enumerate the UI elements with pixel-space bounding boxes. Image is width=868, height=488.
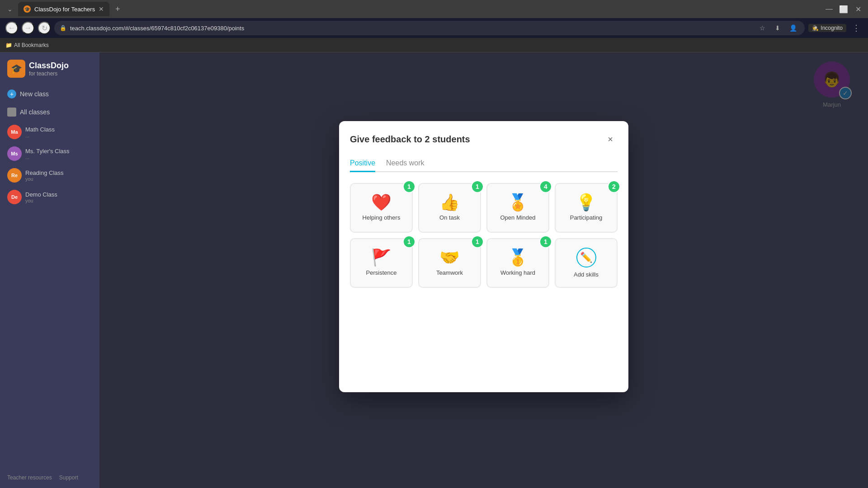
add-skills-label: Add skills [574,271,599,279]
skill-card-helping-others[interactable]: 1 ❤️ Helping others [350,183,413,233]
class-name: Reading Class [25,169,92,176]
class-avatar: Ma [7,125,22,139]
teacher-resources-link[interactable]: Teacher resources [7,474,52,481]
all-classes-icon [7,108,16,117]
sidebar-item-new-class[interactable]: + New class [0,85,99,103]
folder-icon: 📁 [5,42,12,48]
modal-header: Give feedback to 2 students × [350,132,618,146]
sidebar: 🎓 ClassDojo for teachers + New class All… [0,52,99,488]
class-info: Math Class ... [25,126,92,138]
minimize-button[interactable]: — [823,3,835,15]
sidebar-class-item[interactable]: Ma Math Class ... [0,121,99,143]
class-info: Demo Class you [25,191,92,203]
class-sub: you [25,198,92,203]
skill-emoji: 💡 [576,194,596,211]
skill-badge: 1 [471,235,484,248]
skill-badge: 4 [539,180,552,193]
forward-button[interactable]: → [22,22,34,34]
skill-emoji: 🚩 [371,249,392,266]
skill-card-participating[interactable]: 2 💡 Participating [555,183,618,233]
skill-label: Persistence [366,269,397,277]
tab-positive[interactable]: Positive [350,155,375,172]
url-bar[interactable]: 🔒 teach.classdojo.com/#/classes/65974c81… [54,21,805,35]
bookmark-star-icon[interactable]: ☆ [756,22,769,34]
skill-label: Working hard [500,269,535,277]
skill-badge: 1 [539,235,552,248]
sidebar-class-item[interactable]: Ms Ms. Tyler's Class ... [0,143,99,164]
url-actions: ☆ ⬇ 👤 [756,22,799,34]
skill-label: Teamwork [436,269,463,277]
tab-close-button[interactable]: ✕ [99,5,104,13]
add-class-icon: + [7,89,16,99]
add-skills-card[interactable]: ✏️ Add skills [555,238,618,288]
sidebar-item-all-classes[interactable]: All classes [0,103,99,121]
modal-close-button[interactable]: × [603,132,618,146]
tab-title: ClassDojo for Teachers [34,6,95,13]
skill-emoji: 🏅 [508,194,528,211]
support-link[interactable]: Support [59,474,78,481]
class-sub: ... [25,155,92,160]
class-list: Ma Math Class ... Ms Ms. Tyler's Class .… [0,121,99,208]
modal-title: Give feedback to 2 students [350,134,470,145]
skill-emoji: 🤝 [439,249,460,266]
tab-needs-work[interactable]: Needs work [386,155,424,172]
class-name: Ms. Tyler's Class [25,148,92,155]
bookmarks-bar: 📁 All Bookmarks [0,38,868,52]
incognito-label: Incognito [821,25,843,31]
class-name: Math Class [25,126,92,133]
skill-badge: 1 [471,180,484,193]
skill-emoji: ❤️ [371,194,392,211]
sidebar-footer: Teacher resources Support [0,474,99,481]
maximize-button[interactable]: ⬜ [837,3,850,15]
tab-bar: ⌄ 🎓 ClassDojo for Teachers ✕ + — ⬜ ✕ [0,0,868,18]
all-classes-label: All classes [20,108,50,116]
browser-chrome: ⌄ 🎓 ClassDojo for Teachers ✕ + — ⬜ ✕ ← →… [0,0,868,52]
reload-button[interactable]: ↻ [38,22,51,34]
url-text: teach.classdojo.com/#/classes/65974c810c… [70,25,752,32]
logo-name: ClassDojo [29,61,69,70]
class-sub: you [25,176,92,182]
skill-emoji: 🥇 [508,249,528,266]
classdojo-logo-icon: 🎓 [7,60,25,78]
skill-label: Open Minded [500,214,535,222]
class-sub: ... [25,133,92,138]
active-tab[interactable]: 🎓 ClassDojo for Teachers ✕ [18,2,109,16]
profile-icon[interactable]: 👤 [787,22,799,34]
main-content: 👦 ✓ Marjun Give feedback to 2 students ×… [99,52,868,488]
feedback-modal: Give feedback to 2 students × Positive N… [339,121,628,392]
all-bookmarks-label: All Bookmarks [14,42,49,48]
class-avatar: De [7,190,22,204]
skill-card-open-minded[interactable]: 4 🏅 Open Minded [486,183,549,233]
logo-subtitle: for teachers [29,70,69,77]
address-bar: ← → ↻ 🔒 teach.classdojo.com/#/classes/65… [0,18,868,38]
sidebar-logo: 🎓 ClassDojo for teachers [0,60,99,85]
skill-card-teamwork[interactable]: 1 🤝 Teamwork [418,238,481,288]
skill-card-persistence[interactable]: 1 🚩 Persistence [350,238,413,288]
download-icon[interactable]: ⬇ [771,22,784,34]
incognito-icon: 🕵️ [812,25,819,31]
back-button[interactable]: ← [5,22,18,34]
skill-card-working-hard[interactable]: 1 🥇 Working hard [486,238,549,288]
sidebar-class-item[interactable]: Re Reading Class you [0,164,99,186]
bookmarks-folder-icon[interactable]: 📁 All Bookmarks [5,42,49,48]
sidebar-class-item[interactable]: De Demo Class you [0,186,99,208]
class-name: Demo Class [25,191,92,198]
new-class-label: New class [20,90,49,98]
ssl-lock-icon: 🔒 [60,25,66,31]
new-tab-button[interactable]: + [111,3,124,15]
class-info: Reading Class you [25,169,92,182]
tab-nav-back[interactable]: ⌄ [4,3,16,15]
tab-favicon: 🎓 [24,5,31,13]
class-info: Ms. Tyler's Class ... [25,148,92,160]
class-avatar: Re [7,168,22,183]
modal-tabs: Positive Needs work [350,155,618,172]
skill-badge: 1 [403,235,415,248]
skill-badge: 2 [608,180,620,193]
class-avatar: Ms [7,146,22,161]
menu-button[interactable]: ⋮ [850,22,863,34]
skill-label: Helping others [363,214,401,222]
close-button[interactable]: ✕ [852,3,864,15]
skill-label: Participating [570,214,603,222]
incognito-badge: 🕵️ Incognito [808,24,846,32]
skill-card-on-task[interactable]: 1 👍 On task [418,183,481,233]
